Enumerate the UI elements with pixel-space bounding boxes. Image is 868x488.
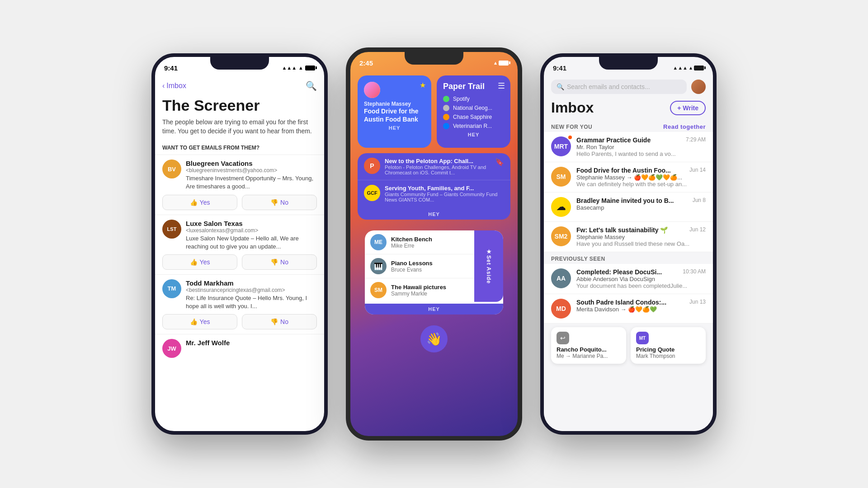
email-content: South Padre Island Condos:... Jun 13 Mer…	[576, 299, 706, 313]
avatar-initials: SM2	[555, 233, 568, 240]
avatar-tm: TM	[162, 279, 181, 298]
yes-button[interactable]: 👍 Yes	[162, 254, 237, 270]
screener-nav: ‹ Imbox 🔍	[155, 77, 324, 95]
imbox-title: Imbox	[551, 99, 594, 116]
email-content: Bradley Maine invited you to B... Jun 8 …	[576, 197, 706, 211]
avatar-aa: AA	[551, 268, 571, 288]
back-button[interactable]: ‹ Imbox	[162, 82, 186, 90]
email-content: Fw: Let's talk sustainability 🌱 Jun 12 S…	[576, 226, 706, 247]
popup-icon-mt: MT	[636, 332, 649, 344]
peloton-preview: Peloton - Peloton Challenges, Android TV…	[385, 164, 491, 175]
sender-name: Mr. Jeff Wolfe	[186, 339, 317, 347]
email-item[interactable]: SM Food Drive for the Austin Foo... Jun …	[544, 162, 713, 192]
email-preview: We can definitely help with the set-up a…	[576, 181, 706, 188]
bookmark-icon: 🔖	[495, 158, 504, 166]
hey-label-bottom: HEY	[365, 304, 503, 314]
screener-buttons: 👍 Yes 👎 No	[162, 314, 317, 329]
popup-pricing[interactable]: MT Pricing Quote Mark Thompson	[631, 327, 706, 364]
dot-icon	[443, 123, 449, 129]
section-header-new: NEW FOR YOU Read together	[544, 120, 713, 132]
sender-row: LST Luxe Salon Texas <luxesalontexas@gma…	[162, 220, 317, 251]
previously-seen-label: PREVIOUSLY SEEN	[551, 256, 605, 262]
email-item[interactable]: MRT Grammar Practice Guide 7:29 AM Mr. R…	[544, 132, 713, 162]
popup-subject: Rancho Poquito...	[557, 346, 621, 353]
write-label: + Write	[677, 104, 698, 112]
popup-sender: Me → Marianne Pa...	[557, 353, 621, 359]
widget-sender: Stephanie Massey	[364, 101, 425, 107]
avatar-peloton: P	[364, 158, 380, 174]
widget-paper-trail[interactable]: ☰ Paper Trail Spotify National Geog... C…	[437, 75, 510, 148]
read-together-link[interactable]: Read together	[663, 123, 706, 130]
gcf-subject: Serving Youth, Families, and F...	[385, 185, 504, 192]
yes-button[interactable]: 👍 Yes	[162, 314, 237, 329]
no-button[interactable]: 👎 No	[242, 254, 317, 270]
avatar-initials: AA	[557, 275, 566, 282]
email-preview: Have you and Russell tried these new Oa.…	[576, 240, 706, 247]
status-icons-1: ▲▲▲ ▲	[282, 65, 315, 70]
no-button[interactable]: 👎 No	[242, 195, 317, 210]
avatar-initials: JW	[167, 345, 176, 352]
email-top-row: Bradley Maine invited you to B... Jun 8	[576, 197, 706, 204]
set-aside-button[interactable]: ★ Set Aside	[474, 230, 503, 302]
wifi-icon-3: ▴	[689, 65, 692, 71]
email-preview: Your document has been completedJulie...	[576, 282, 706, 289]
phone-widgets: 2:45 ▴ ★ Stephanie Massey Food Drive for…	[346, 47, 522, 441]
popup-rancho[interactable]: ↩ Rancho Poquito... Me → Marianne Pa...	[551, 327, 626, 364]
no-label: No	[280, 258, 288, 266]
thumbs-down-icon: 👎	[270, 258, 278, 266]
phone-imbox: 9:41 ▲▲▲ ▴ 🔍 Search emails and contacts.…	[540, 53, 717, 435]
yes-button[interactable]: 👍 Yes	[162, 195, 237, 210]
email-time: 7:29 AM	[686, 136, 706, 143]
email-content: Grammar Practice Guide 7:29 AM Mr. Ron T…	[576, 136, 706, 157]
star-icon: ★	[420, 81, 426, 89]
dot-icon	[443, 105, 449, 111]
new-for-you-label: NEW FOR YOU	[551, 124, 592, 130]
widget-messages: ME Kitchen Bench Mike Erre 🎹 Piano Lesso…	[365, 230, 503, 314]
status-time-2: 2:45	[359, 59, 373, 67]
email-item[interactable]: ☁ Bradley Maine invited you to B... Jun …	[544, 192, 713, 222]
email-time: Jun 12	[689, 226, 706, 233]
peloton-item: P New to the Peloton App: Chall... Pelot…	[358, 153, 510, 180]
email-top-row: Food Drive for the Austin Foo... Jun 14	[576, 167, 706, 174]
screener-item: LST Luxe Salon Texas <luxesalontexas@gma…	[155, 215, 324, 274]
peloton-content: New to the Peloton App: Chall... Peloton…	[385, 158, 491, 175]
email-top-row: South Padre Island Condos:... Jun 13	[576, 299, 706, 306]
search-icon-p1[interactable]: 🔍	[306, 80, 317, 91]
email-item[interactable]: MD South Padre Island Condos:... Jun 13 …	[544, 294, 713, 324]
screener-item: BV Bluegreen Vacations <bluegreeninvestm…	[155, 155, 324, 214]
no-button[interactable]: 👎 No	[242, 314, 317, 329]
widget-stephanie[interactable]: ★ Stephanie Massey Food Drive for the Au…	[358, 75, 431, 148]
email-sender: Stephanie Massey	[576, 234, 706, 240]
screener-item: JW Mr. Jeff Wolfe	[155, 334, 324, 366]
pt-item-vet: Veterinarian R...	[443, 123, 504, 129]
email-preview: Luxe Salon New Update – Hello all, We ar…	[186, 235, 317, 251]
email-preview: Hello Parents, I wanted to send a vo...	[576, 150, 706, 157]
email-preview: Re: Life Insurance Quote – Hello Mrs. Yo…	[186, 294, 317, 310]
email-top-row: Completed: Please DocuSi... 10:30 AM	[576, 268, 706, 276]
search-icon-p3: 🔍	[557, 83, 564, 90]
email-content: Completed: Please DocuSi... 10:30 AM Abb…	[576, 268, 706, 289]
subject: Re: Life Insurance Quote	[186, 295, 251, 301]
gcf-item: GCF Serving Youth, Families, and F... Gi…	[358, 180, 510, 207]
sender-info: Todd Markham <bestinsurancepricingtexas@…	[186, 279, 317, 310]
email-item[interactable]: AA Completed: Please DocuSi... 10:30 AM …	[544, 264, 713, 294]
notch-2	[405, 52, 463, 65]
handwave-icon[interactable]: 👋	[420, 325, 448, 352]
avatar-initials: LST	[167, 226, 177, 232]
avatar-me: ME	[370, 234, 387, 250]
thumbs-down-icon: 👎	[270, 318, 278, 325]
sender-row: BV Bluegreen Vacations <bluegreeninvestm…	[162, 160, 317, 191]
write-button[interactable]: + Write	[670, 101, 706, 115]
sender-row: TM Todd Markham <bestinsurancepricingtex…	[162, 279, 317, 310]
user-avatar[interactable]	[691, 80, 706, 94]
search-bar[interactable]: 🔍 Search emails and contacts...	[551, 80, 687, 94]
email-item[interactable]: SM2 Fw: Let's talk sustainability 🌱 Jun …	[544, 222, 713, 252]
widget-row-1: ★ Stephanie Massey Food Drive for the Au…	[358, 75, 510, 148]
popup-subject: Pricing Quote	[636, 346, 700, 353]
pt-label: Veterinarian R...	[453, 123, 492, 129]
messages-container: ME Kitchen Bench Mike Erre 🎹 Piano Lesso…	[365, 230, 503, 302]
email-time: 10:30 AM	[683, 268, 706, 275]
popup-sender: Mark Thompson	[636, 353, 700, 359]
signal-icon-1: ▲▲▲	[282, 65, 297, 70]
email-subject: South Padre Island Condos:...	[576, 299, 686, 306]
